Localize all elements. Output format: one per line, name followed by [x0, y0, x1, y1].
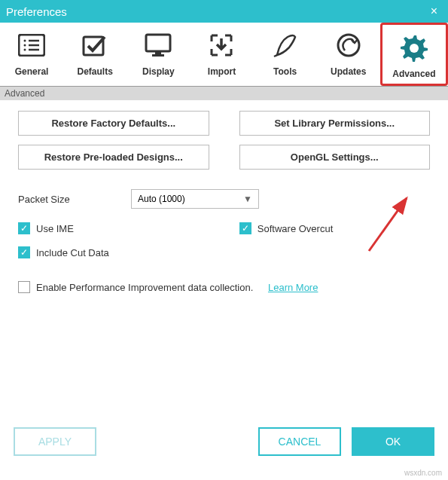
checkbox-label: Software Overcut: [258, 223, 333, 234]
tab-updates[interactable]: Updates: [317, 23, 380, 86]
import-icon: [206, 30, 236, 60]
monitor-icon: [143, 30, 173, 60]
svg-point-5: [24, 49, 26, 51]
titlebar: Preferences ×: [0, 0, 448, 23]
check-icon: ✓: [18, 222, 30, 234]
list-icon: [17, 30, 47, 60]
gear-icon: [399, 32, 429, 63]
chevron-down-icon: ▼: [243, 194, 252, 204]
svg-rect-10: [152, 54, 164, 57]
svg-rect-8: [146, 35, 170, 51]
check-icon: ✓: [239, 222, 251, 234]
tab-label: Updates: [331, 66, 366, 77]
set-library-button[interactable]: Set Library Permissions...: [239, 111, 431, 136]
svg-point-12: [410, 44, 419, 53]
checkbox-label: Enable Performance Improvement data coll…: [36, 282, 253, 293]
software-overcut-checkbox[interactable]: ✓ Software Overcut: [239, 222, 333, 234]
check-icon: [18, 281, 30, 293]
tab-label: Advanced: [392, 69, 435, 79]
pen-icon: [270, 30, 300, 60]
tab-label: Defaults: [78, 66, 113, 77]
tab-general[interactable]: General: [0, 23, 63, 86]
tab-tools[interactable]: Tools: [254, 23, 317, 86]
content-area: Restore Factory Defaults... Set Library …: [0, 100, 448, 316]
checkbox-icon: [80, 30, 110, 60]
restore-preloaded-button[interactable]: Restore Pre-loaded Designs...: [18, 145, 209, 170]
packet-size-value: Auto (1000): [138, 194, 185, 204]
opengl-button[interactable]: OpenGL Settings...: [239, 145, 431, 170]
checkbox-label: Include Cut Data: [36, 247, 109, 258]
dialog-buttons: APPLY CANCEL OK: [0, 427, 448, 456]
enable-perf-checkbox[interactable]: Enable Performance Improvement data coll…: [18, 281, 318, 293]
learn-more-link[interactable]: Learn More: [268, 282, 318, 293]
tab-label: Display: [142, 66, 175, 77]
include-cut-data-checkbox[interactable]: ✓ Include Cut Data: [18, 246, 109, 258]
use-ime-checkbox[interactable]: ✓ Use IME: [18, 222, 74, 234]
svg-point-11: [338, 35, 359, 56]
checkbox-label: Use IME: [36, 223, 74, 234]
section-header: Advanced: [0, 87, 448, 100]
svg-rect-7: [84, 37, 103, 55]
tab-label: Import: [208, 66, 236, 77]
updates-icon: [334, 30, 364, 60]
svg-rect-9: [155, 51, 161, 54]
svg-point-3: [24, 44, 26, 47]
close-icon[interactable]: ×: [426, 5, 442, 18]
apply-button[interactable]: APPLY: [14, 427, 96, 456]
restore-factory-button[interactable]: Restore Factory Defaults...: [18, 111, 209, 136]
packet-size-select[interactable]: Auto (1000) ▼: [131, 189, 259, 209]
tab-import[interactable]: Import: [190, 23, 253, 86]
svg-point-1: [24, 40, 26, 42]
window-title: Preferences: [6, 5, 426, 18]
toolbar: General Defaults Display Import Tools Up…: [0, 23, 448, 87]
packet-size-label: Packet Size: [18, 194, 131, 205]
tab-advanced[interactable]: Advanced: [380, 23, 448, 86]
watermark: wsxdn.com: [404, 469, 442, 477]
ok-button[interactable]: OK: [352, 427, 434, 456]
tab-display[interactable]: Display: [126, 23, 190, 86]
tab-label: General: [15, 66, 49, 77]
cancel-button[interactable]: CANCEL: [258, 427, 341, 456]
tab-label: Tools: [273, 66, 297, 77]
check-icon: ✓: [18, 246, 30, 258]
tab-defaults[interactable]: Defaults: [63, 23, 126, 86]
